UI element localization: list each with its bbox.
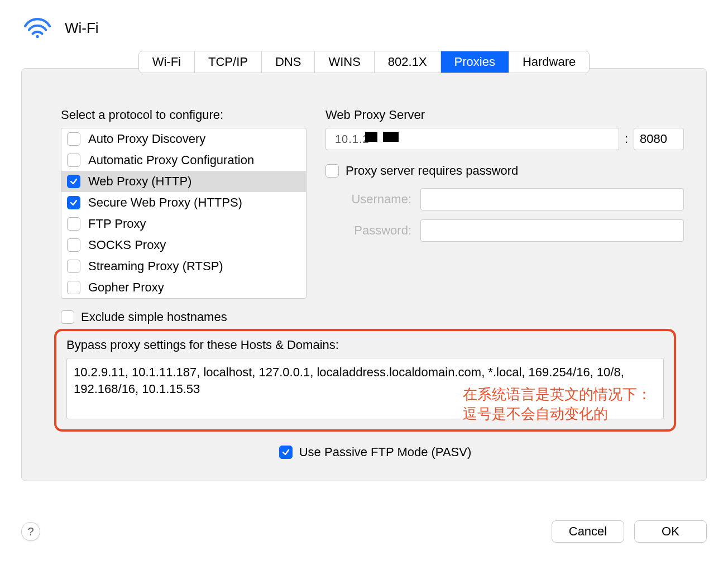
annotation-line-1: 在系统语言是英文的情况下： bbox=[463, 385, 652, 404]
requires-password-checkbox[interactable] bbox=[325, 164, 339, 178]
tab-tcp-ip[interactable]: TCP/IP bbox=[195, 51, 262, 73]
host-port-separator: : bbox=[625, 132, 628, 146]
protocol-checkbox[interactable] bbox=[67, 260, 80, 273]
tab-wins[interactable]: WINS bbox=[315, 51, 374, 73]
web-proxy-server-label: Web Proxy Server bbox=[325, 108, 684, 122]
tab-bar: Wi-FiTCP/IPDNSWINS802.1XProxiesHardware bbox=[138, 51, 590, 73]
help-button[interactable]: ? bbox=[21, 522, 40, 541]
protocol-row[interactable]: Automatic Proxy Configuration bbox=[61, 150, 306, 171]
protocol-row[interactable]: Web Proxy (HTTP) bbox=[61, 171, 306, 192]
protocol-label: Automatic Proxy Configuration bbox=[88, 153, 254, 167]
annotation-line-2: 逗号是不会自动变化的 bbox=[463, 404, 652, 424]
svg-point-0 bbox=[36, 35, 39, 38]
exclude-hostnames-checkbox[interactable] bbox=[61, 310, 74, 324]
password-input[interactable] bbox=[420, 219, 684, 242]
protocol-label: Auto Proxy Discovery bbox=[88, 132, 205, 146]
protocol-label: Streaming Proxy (RTSP) bbox=[88, 259, 223, 274]
requires-password-label: Proxy server requires password bbox=[346, 164, 518, 178]
pasv-checkbox[interactable] bbox=[279, 446, 293, 459]
protocol-row[interactable]: Secure Web Proxy (HTTPS) bbox=[61, 192, 306, 213]
protocol-row[interactable]: FTP Proxy bbox=[61, 213, 306, 234]
protocol-row[interactable]: SOCKS Proxy bbox=[61, 234, 306, 256]
annotation-text: 在系统语言是英文的情况下： 逗号是不会自动变化的 bbox=[463, 385, 652, 424]
tab-wi-fi[interactable]: Wi-Fi bbox=[139, 51, 195, 73]
proxy-host-value: 10.1.2 bbox=[332, 133, 370, 145]
protocol-checkbox[interactable] bbox=[67, 238, 80, 252]
cancel-button[interactable]: Cancel bbox=[552, 520, 624, 543]
protocol-label: Secure Web Proxy (HTTPS) bbox=[88, 195, 242, 210]
proxy-host-input[interactable]: 10.1.2 bbox=[325, 128, 619, 150]
protocol-checkbox[interactable] bbox=[67, 281, 80, 294]
username-input[interactable] bbox=[420, 188, 684, 210]
redaction-block bbox=[383, 132, 399, 142]
tab-802-1x[interactable]: 802.1X bbox=[375, 51, 441, 73]
exclude-hostnames-label: Exclude simple hostnames bbox=[81, 310, 227, 324]
protocol-label: FTP Proxy bbox=[88, 217, 146, 231]
ok-button[interactable]: OK bbox=[634, 520, 707, 543]
tab-hardware[interactable]: Hardware bbox=[509, 51, 589, 73]
protocol-checkbox[interactable] bbox=[67, 175, 80, 188]
protocol-checkbox[interactable] bbox=[67, 217, 80, 231]
settings-panel: Select a protocol to configure: Auto Pro… bbox=[21, 68, 707, 481]
protocol-checkbox[interactable] bbox=[67, 132, 80, 146]
page-title: Wi-Fi bbox=[65, 20, 99, 37]
proxy-port-input[interactable] bbox=[634, 128, 684, 150]
dialog-footer: ? Cancel OK bbox=[21, 520, 707, 543]
window-header: Wi-Fi bbox=[0, 0, 728, 51]
protocol-label: Gopher Proxy bbox=[88, 280, 164, 295]
wifi-icon bbox=[22, 17, 52, 40]
bypass-highlight-box: Bypass proxy settings for these Hosts & … bbox=[54, 329, 676, 432]
protocol-checkbox[interactable] bbox=[67, 196, 80, 209]
tab-dns[interactable]: DNS bbox=[262, 51, 315, 73]
protocol-label: SOCKS Proxy bbox=[88, 238, 166, 252]
protocol-label: Web Proxy (HTTP) bbox=[88, 174, 191, 189]
pasv-label: Use Passive FTP Mode (PASV) bbox=[299, 445, 472, 459]
protocol-list[interactable]: Auto Proxy DiscoveryAutomatic Proxy Conf… bbox=[61, 128, 306, 299]
username-label: Username: bbox=[325, 192, 415, 207]
protocol-select-label: Select a protocol to configure: bbox=[61, 108, 306, 122]
redaction-block bbox=[365, 132, 377, 142]
tab-proxies[interactable]: Proxies bbox=[441, 51, 509, 73]
protocol-row[interactable]: Gopher Proxy bbox=[61, 277, 306, 298]
bypass-label: Bypass proxy settings for these Hosts & … bbox=[66, 338, 664, 352]
protocol-row[interactable]: Auto Proxy Discovery bbox=[61, 128, 306, 150]
password-label: Password: bbox=[325, 223, 415, 238]
protocol-checkbox[interactable] bbox=[67, 154, 80, 167]
protocol-row[interactable]: Streaming Proxy (RTSP) bbox=[61, 256, 306, 277]
